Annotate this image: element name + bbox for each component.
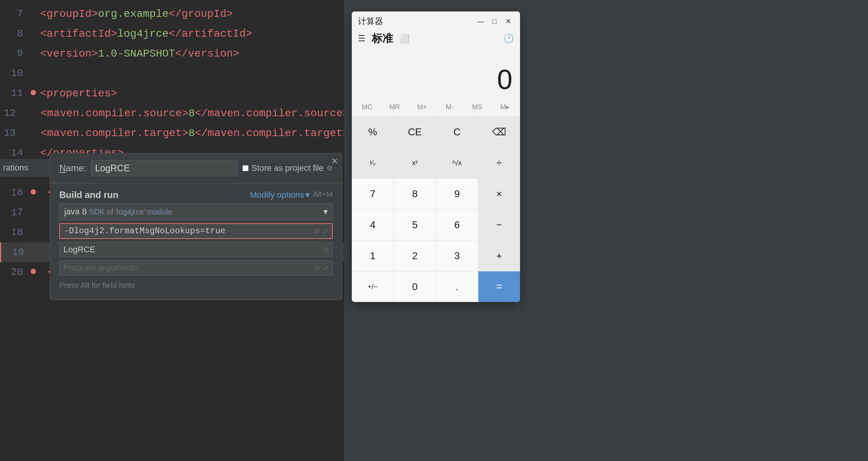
dialog-close-button[interactable]: ✕ (331, 157, 338, 166)
modify-options-row: Modify options ▾ Alt+M (250, 190, 333, 200)
two-button[interactable]: 2 (394, 240, 436, 271)
editor-line-9: 9 <version>1.0-SNAPSHOT</version> (0, 44, 344, 63)
chevron-down-icon: ▾ (306, 190, 310, 200)
square-button[interactable]: x² (394, 148, 436, 178)
run-config-dialog: ✕ Name: Store as project file ⚙ Build an… (50, 153, 342, 300)
graph-icon[interactable]: ⬜ (399, 34, 410, 44)
hint-label: Press Alt for field hints (59, 281, 135, 289)
memory-plus-button[interactable]: M+ (408, 99, 436, 115)
main-class-row: LogRCE ⧉ (59, 242, 333, 257)
four-button[interactable]: 4 (352, 209, 393, 240)
six-button[interactable]: 6 (436, 209, 478, 240)
minimize-button[interactable]: — (475, 16, 486, 27)
memory-recall-button[interactable]: MR (381, 99, 408, 115)
sqrt-button[interactable]: ²√x (436, 148, 478, 178)
editor-line-7: 7 <groupId>org.example</groupId> (0, 4, 344, 24)
main-class-value: LogRCE (63, 245, 323, 255)
copy-icon[interactable]: ⧉ (314, 227, 319, 235)
three-button[interactable]: 3 (436, 240, 478, 271)
expand-icon-2[interactable]: ⤢ (323, 264, 328, 272)
editor-line-10: 10 (0, 63, 344, 83)
sdk-dropdown[interactable]: java 8 SDK of 'log4jrce' module ▾ (59, 203, 333, 220)
calc-mode-title: 标准 (372, 31, 393, 46)
clear-button[interactable]: C (436, 117, 478, 147)
store-project-checkbox[interactable] (242, 165, 249, 171)
name-label: Name: (59, 163, 86, 174)
window-controls: — □ ✕ (475, 16, 514, 27)
calculator-window: 计算器 — □ ✕ ☰ 标准 ⬜ 🕐 0 MC MR M+ M- MS M▸ %… (352, 11, 520, 302)
dialog-name-row: Name: Store as project file ⚙ (50, 153, 342, 180)
memory-minus-button[interactable]: M- (436, 99, 463, 115)
five-button[interactable]: 5 (394, 209, 436, 240)
prog-args-placeholder: Program arguments (63, 263, 138, 273)
expand-icon[interactable]: ⤢ (322, 227, 328, 235)
subtract-button[interactable]: − (478, 209, 520, 240)
main-class-icons: ⧉ (323, 246, 328, 254)
history-icon[interactable]: 🕐 (504, 34, 514, 44)
sidebar-label: rations (0, 159, 50, 177)
decimal-button[interactable]: . (436, 271, 478, 302)
dropdown-arrow-icon: ▾ (323, 207, 328, 217)
editor-line-13: 13 <maven.compiler.target>8</maven.compi… (0, 123, 344, 143)
seven-button[interactable]: 7 (352, 179, 393, 209)
build-run-title: Build and run (59, 190, 119, 200)
calc-title: 计算器 (358, 16, 383, 27)
prog-args-row: Program arguments ⧉ ⤢ (59, 260, 333, 276)
percent-button[interactable]: % (352, 117, 393, 147)
editor-line-8: 8 <artifactId>log4jrce</artifactId> (0, 24, 344, 44)
calc-display-value: 0 (497, 64, 512, 95)
dialog-separator-1 (50, 183, 342, 183)
nine-button[interactable]: 9 (436, 179, 478, 209)
copy-icon-2[interactable]: ⧉ (323, 246, 328, 254)
maximize-button[interactable]: □ (489, 16, 500, 27)
negate-button[interactable]: +/− (352, 271, 393, 302)
zero-button[interactable]: 0 (394, 271, 436, 302)
vm-options-row: ⧉ ⤢ (59, 223, 333, 239)
close-button[interactable]: ✕ (502, 16, 514, 27)
modify-options-label: Modify options (250, 190, 304, 200)
equals-button[interactable]: = (478, 271, 520, 302)
prog-args-icons: ⧉ ⤢ (315, 264, 328, 272)
calc-display: 0 (352, 49, 520, 99)
modify-options-button[interactable]: Modify options ▾ (250, 190, 310, 200)
memory-store-button[interactable]: MS (463, 99, 491, 115)
calc-header: ☰ 标准 ⬜ 🕐 (352, 30, 520, 49)
vm-options-input[interactable] (64, 226, 314, 236)
multiply-button[interactable]: × (478, 179, 520, 209)
vm-options-icons: ⧉ ⤢ (314, 227, 328, 235)
divide-button[interactable]: ÷ (478, 148, 520, 178)
reciprocal-button[interactable]: ¹⁄ₓ (352, 148, 393, 178)
one-button[interactable]: 1 (352, 240, 393, 271)
backspace-button[interactable]: ⌫ (478, 117, 520, 147)
calc-buttons-grid: % CE C ⌫ ¹⁄ₓ x² ²√x ÷ 7 8 9 × 4 5 6 − 1 … (352, 117, 520, 302)
sdk-dropdown-main: java 8 SDK of 'log4jrce' module (64, 207, 172, 217)
add-button[interactable]: + (478, 240, 520, 271)
copy-icon-3[interactable]: ⧉ (315, 264, 320, 272)
field-hints: Press Alt for field hints (50, 279, 342, 292)
calc-memory-row: MC MR M+ M- MS M▸ (352, 99, 520, 117)
memory-clear-button[interactable]: MC (353, 99, 381, 115)
hamburger-menu-icon[interactable]: ☰ (358, 34, 366, 44)
name-input[interactable] (91, 160, 238, 176)
ce-button[interactable]: CE (394, 117, 436, 147)
memory-list-button[interactable]: M▸ (491, 99, 519, 115)
store-project-option: Store as project file ⚙ (242, 163, 333, 173)
shortcut-label: Alt+M (313, 190, 333, 200)
editor-line-12: 12 <maven.compiler.source>8</maven.compi… (0, 103, 344, 123)
eight-button[interactable]: 8 (394, 179, 436, 209)
store-project-label: Store as project file (252, 163, 323, 173)
editor-line-11: 11 <properties> (0, 83, 344, 103)
calc-titlebar: 计算器 — □ ✕ (352, 11, 520, 30)
